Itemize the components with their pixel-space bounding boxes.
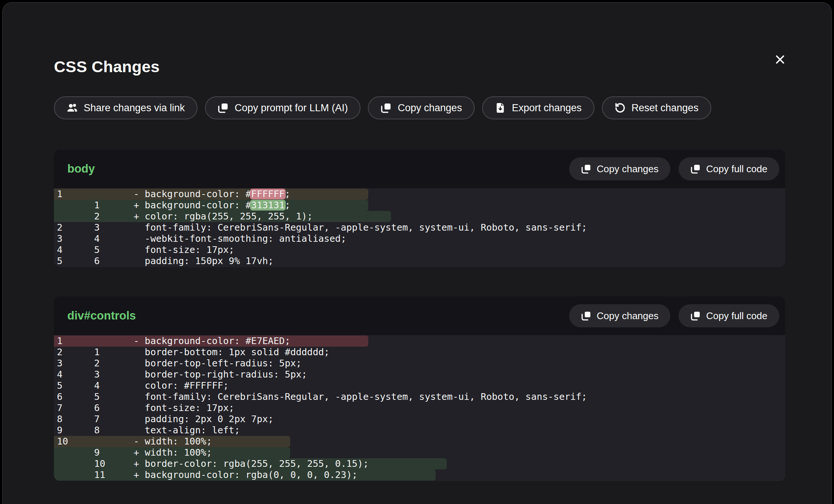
diff-code-block: 1- background-color: #FFFFFF;1+ backgrou…	[54, 188, 785, 267]
copy-icon	[381, 102, 392, 113]
diff-row: 11+ background-color: rgba(0, 0, 0, 0.23…	[54, 469, 785, 481]
code-line: font-family: CerebriSans-Regular, -apple…	[134, 222, 587, 233]
code-line: font-family: CerebriSans-Regular, -apple…	[134, 391, 587, 402]
code-text: text-align: left;	[134, 425, 240, 436]
button-label: Copy changes	[597, 163, 658, 175]
code-text: font-size: 17px;	[134, 244, 234, 255]
code-text: font-size: 17px;	[134, 402, 234, 413]
diff-row-inner: 56 padding: 150px 9% 17vh;	[54, 256, 273, 267]
line-number-new: 1	[91, 347, 134, 358]
diff-card-body: bodyCopy changesCopy full code1- backgro…	[54, 150, 785, 267]
changed-token: 313131	[250, 200, 286, 211]
line-number-old	[54, 447, 91, 458]
users-icon	[67, 102, 78, 113]
diff-row: 1+ background-color: #313131;	[54, 200, 785, 211]
code-line: padding: 2px 0 2px 7px;	[134, 414, 273, 425]
toolbar: Share changes via linkCopy prompt for LL…	[54, 96, 711, 119]
line-number-old: 9	[54, 425, 91, 436]
button-label: Copy prompt for LLM (AI)	[235, 102, 348, 114]
line-number-old	[54, 469, 91, 481]
code-line: - width: 100%;	[134, 436, 212, 447]
line-number-old: 6	[54, 391, 91, 402]
diff-row-inner: 21 border-bottom: 1px solid #dddddd;	[54, 347, 330, 358]
code-line: font-size: 17px;	[134, 244, 234, 256]
diff-row-inner: 43 border-top-right-radius: 5px;	[54, 369, 307, 380]
line-number-old: 3	[54, 233, 91, 244]
code-text: ;	[285, 189, 290, 199]
code-text: border-top-right-radius: 5px;	[134, 369, 307, 380]
code-text: font-family: CerebriSans-Regular, -apple…	[134, 391, 587, 402]
share-changes-via-link-button[interactable]: Share changes via link	[54, 96, 198, 119]
line-number-new	[91, 189, 134, 200]
diff-row-inner: 1- background-color: #FFFFFF;	[54, 189, 368, 200]
line-number-old: 8	[54, 414, 91, 425]
code-line: border-top-left-radius: 5px;	[134, 358, 302, 369]
line-number-new: 3	[91, 369, 134, 380]
copy-changes-button[interactable]: Copy changes	[368, 96, 475, 119]
diff-row-inner: 10- width: 100%;	[54, 436, 290, 447]
copy-icon	[690, 164, 701, 174]
line-number-old: 10	[54, 436, 91, 447]
code-text: - width: 100%;	[134, 436, 212, 447]
code-text: ;	[285, 200, 290, 211]
diff-card-div-controls: div#controlsCopy changesCopy full code1-…	[54, 296, 785, 481]
code-line: font-size: 17px;	[134, 402, 234, 414]
code-text: + background-color: #	[134, 200, 251, 211]
diff-row-inner: 23 font-family: CerebriSans-Regular, -ap…	[54, 222, 587, 233]
copy-changes-button[interactable]: Copy changes	[569, 304, 670, 327]
code-text: + background-color: rgba(0, 0, 0, 0.23);	[134, 469, 357, 480]
line-number-new	[91, 336, 134, 347]
line-number-new	[91, 436, 134, 447]
diff-row: 65 font-family: CerebriSans-Regular, -ap…	[54, 391, 785, 402]
diff-row: 87 padding: 2px 0 2px 7px;	[54, 414, 785, 425]
diff-row-inner: 65 font-family: CerebriSans-Regular, -ap…	[54, 391, 587, 402]
diff-row: 76 font-size: 17px;	[54, 402, 785, 414]
line-number-new: 4	[91, 233, 134, 244]
close-icon	[774, 53, 786, 67]
code-text: + border-color: rgba(255, 255, 255, 0.15…	[134, 458, 369, 469]
reset-changes-button[interactable]: Reset changes	[602, 96, 711, 119]
line-number-new: 3	[91, 222, 134, 233]
diff-card-header: bodyCopy changesCopy full code	[54, 150, 785, 188]
close-button[interactable]	[770, 49, 790, 70]
diff-row-inner: 2+ color: rgba(255, 255, 255, 1);	[54, 211, 391, 222]
export-changes-button[interactable]: Export changes	[482, 96, 594, 119]
copy-full-code-button[interactable]: Copy full code	[679, 157, 779, 180]
code-line: color: #FFFFFF;	[134, 380, 229, 391]
copy-full-code-button[interactable]: Copy full code	[679, 304, 779, 327]
diff-row: 34 -webkit-font-smoothing: antialiased;	[54, 233, 785, 244]
code-line: - background-color: #E7EAED;	[134, 336, 290, 347]
code-line: text-align: left;	[134, 425, 240, 436]
line-number-new: 1	[91, 200, 134, 211]
line-number-old	[54, 211, 91, 222]
code-text: + color: rgba(255, 255, 255, 1);	[134, 211, 313, 222]
diff-row-inner: 9+ width: 100%;	[54, 447, 290, 458]
selector-title: div#controls	[67, 309, 136, 322]
copy-icon	[581, 164, 591, 174]
code-line: border-bottom: 1px solid #dddddd;	[134, 347, 330, 358]
copy-changes-button[interactable]: Copy changes	[569, 157, 670, 180]
diff-row: 98 text-align: left;	[54, 425, 785, 436]
line-number-old: 4	[54, 244, 91, 256]
line-number-new: 2	[91, 211, 134, 222]
copy-prompt-for-llm-ai-button[interactable]: Copy prompt for LLM (AI)	[205, 96, 361, 119]
code-line: -webkit-font-smoothing: antialiased;	[134, 233, 346, 244]
line-number-old: 2	[54, 347, 91, 358]
line-number-old: 2	[54, 222, 91, 233]
line-number-old: 7	[54, 402, 91, 414]
button-label: Copy full code	[706, 310, 767, 322]
diff-row: 45 font-size: 17px;	[54, 244, 785, 256]
page-title: CSS Changes	[54, 58, 160, 76]
button-label: Export changes	[512, 102, 582, 114]
code-line: + background-color: #313131;	[134, 200, 290, 211]
diff-row-inner: 1+ background-color: #313131;	[54, 200, 368, 211]
line-number-old: 3	[54, 358, 91, 369]
css-changes-modal: CSS Changes Share changes via linkCopy p…	[2, 2, 832, 504]
line-number-old: 4	[54, 369, 91, 380]
diff-row: 9+ width: 100%;	[54, 447, 785, 458]
line-number-new: 6	[91, 256, 134, 267]
diff-row: 10+ border-color: rgba(255, 255, 255, 0.…	[54, 458, 785, 469]
code-text: font-family: CerebriSans-Regular, -apple…	[134, 222, 587, 233]
copy-icon	[690, 311, 701, 321]
button-label: Copy changes	[398, 102, 462, 114]
